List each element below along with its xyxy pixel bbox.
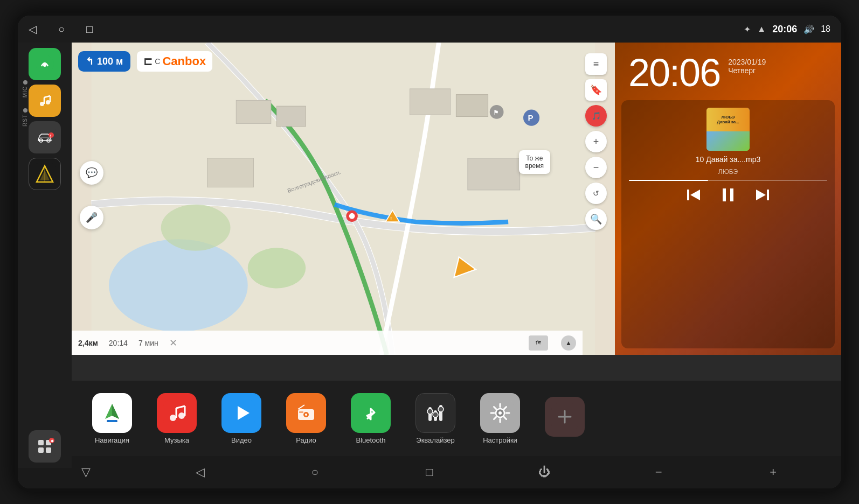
video-app-icon xyxy=(221,393,261,433)
svg-text:P: P xyxy=(528,113,534,122)
svg-point-80 xyxy=(498,411,502,415)
sidebar-item-car[interactable]: ! xyxy=(29,121,61,153)
home-nav-button[interactable]: ○ xyxy=(58,23,65,36)
svg-point-35 xyxy=(349,213,355,219)
svg-point-33 xyxy=(161,205,231,251)
sidebar-item-grid[interactable]: ◆ xyxy=(29,430,61,463)
svg-marker-45 xyxy=(690,190,700,200)
mic-label: MIC xyxy=(22,86,28,97)
wifi-icon: ▲ xyxy=(757,24,766,34)
album-art: ЛЮБЭДавай за... xyxy=(706,108,750,151)
svg-rect-26 xyxy=(236,100,271,123)
svg-rect-18 xyxy=(38,440,44,445)
svg-point-32 xyxy=(248,248,306,288)
apps-bar: Навигация Музыка xyxy=(72,381,841,456)
rst-dot xyxy=(23,108,27,113)
svg-point-25 xyxy=(109,239,248,332)
map-zoom-out-button[interactable]: − xyxy=(585,157,607,178)
music-app-label: Музыка xyxy=(164,436,189,444)
svg-point-56 xyxy=(170,415,176,421)
bottom-nav-power[interactable]: ⏻ xyxy=(531,459,558,486)
mic-dot xyxy=(23,80,27,85)
clock-weekday: Четверг xyxy=(728,66,766,75)
map-bottom-bar: 2,4км 20:14 7 мин ✕ 🗺 ▲ xyxy=(72,331,583,355)
sidebar-item-kustom[interactable] xyxy=(29,158,61,190)
map-controls-right: ≡ 🔖 🎵 + − ↺ 🔍 xyxy=(583,48,609,349)
svg-marker-49 xyxy=(756,190,766,200)
clock-date-text: 2023/01/19 xyxy=(728,58,766,66)
rst-label-item: RST xyxy=(22,108,28,127)
main-area: Волгоградскийпросп. P ⚑ ! ↰ 100 м ⊏ xyxy=(72,43,841,355)
side-labels: MIC RST xyxy=(22,80,28,127)
radio-app-icon xyxy=(286,393,326,433)
svg-point-1 xyxy=(43,64,46,67)
clock-section: 20:06 2023/01/19 Четверг ЛЮБЭДавай за... xyxy=(615,43,841,355)
app-video[interactable]: Видео xyxy=(212,393,271,444)
svg-rect-31 xyxy=(468,158,520,190)
play-pause-button[interactable] xyxy=(718,185,738,205)
turn-arrow: ↰ xyxy=(86,55,94,67)
bottom-nav-down[interactable]: ▽ xyxy=(72,459,99,486)
bottom-nav-vol-down[interactable]: − xyxy=(645,459,672,486)
status-bar: ◁ ○ □ ✦ ▲ 20:06 🔊 18 xyxy=(18,16,841,43)
map-route-close-button[interactable]: ✕ xyxy=(169,337,177,349)
device-frame: ◁ ○ □ ✦ ▲ 20:06 🔊 18 MIC RST xyxy=(15,12,844,492)
map-zoom-in-button[interactable]: + xyxy=(585,131,607,152)
chat-icon: 💬 xyxy=(86,167,98,179)
mic-label-item: MIC xyxy=(22,80,28,97)
progress-fill xyxy=(629,180,708,181)
map-duration: 7 мин xyxy=(138,339,158,347)
bluetooth-icon: ✦ xyxy=(744,24,751,34)
svg-point-76 xyxy=(433,412,438,417)
music-controls xyxy=(685,185,771,205)
mic-icon: 🎤 xyxy=(86,212,98,223)
album-top-label: ЛЮБЭДавай за... xyxy=(706,108,750,131)
app-equalizer[interactable]: Эквалайзер xyxy=(406,393,465,444)
bottom-nav: ▽ ◁ ○ □ ⏻ − + xyxy=(18,456,841,488)
svg-text:!: ! xyxy=(390,215,392,221)
svg-text:⚑: ⚑ xyxy=(493,109,499,116)
app-music[interactable]: Музыка xyxy=(147,393,206,444)
map-view-toggle[interactable]: 🗺 xyxy=(529,335,548,351)
settings-app-label: Настройки xyxy=(483,436,517,444)
map-compass-button[interactable]: ▲ xyxy=(561,335,576,351)
prev-track-button[interactable] xyxy=(685,186,702,204)
app-radio[interactable]: Радио xyxy=(276,393,336,444)
svg-rect-47 xyxy=(730,188,733,201)
clock-date: 2023/01/19 Четверг xyxy=(728,53,766,75)
map-voice-button[interactable]: 🎤 xyxy=(80,206,103,229)
svg-rect-48 xyxy=(767,190,769,200)
app-add[interactable] xyxy=(535,397,594,440)
svg-rect-21 xyxy=(46,447,51,453)
svg-text:◆: ◆ xyxy=(50,439,54,443)
sidebar-item-music[interactable] xyxy=(29,85,61,117)
back-nav-button[interactable]: ◁ xyxy=(29,23,37,36)
svg-point-57 xyxy=(178,412,185,419)
canbox-logo: ⊏ CCanbox xyxy=(137,51,212,72)
svg-point-66 xyxy=(305,414,307,416)
bottom-nav-vol-up[interactable]: + xyxy=(760,459,787,486)
map-section[interactable]: Волгоградскийпросп. P ⚑ ! ↰ 100 м ⊏ xyxy=(72,43,615,355)
map-bookmark-button[interactable]: 🔖 xyxy=(585,79,607,101)
volume-icon: 🔊 xyxy=(803,24,814,34)
bottom-nav-recent[interactable]: □ xyxy=(416,459,443,486)
music-app-icon xyxy=(157,393,197,433)
tooltip-text: То жевремя xyxy=(525,155,544,170)
progress-bar[interactable] xyxy=(629,180,827,181)
app-settings[interactable]: Настройки xyxy=(470,393,530,444)
next-track-button[interactable] xyxy=(754,186,771,204)
app-navigation[interactable]: Навигация xyxy=(82,393,142,444)
app-bluetooth[interactable]: Bluetooth xyxy=(341,393,400,444)
map-eta: 20:14 xyxy=(109,339,128,347)
sidebar-item-carplay[interactable] xyxy=(29,48,61,80)
navigation-app-icon xyxy=(92,393,132,433)
bottom-nav-back[interactable]: ◁ xyxy=(187,459,214,486)
bluetooth-app-icon xyxy=(351,393,391,433)
volume-level: 18 xyxy=(821,24,830,34)
map-music-button[interactable]: 🎵 xyxy=(585,105,607,127)
track-title: 10 Давай за....mp3 xyxy=(696,155,761,164)
bottom-nav-home[interactable]: ○ xyxy=(301,459,328,486)
map-rotate-button[interactable]: ↺ xyxy=(585,183,607,204)
recent-nav-button[interactable]: □ xyxy=(86,23,93,36)
map-search-button[interactable]: 🔍 xyxy=(585,208,607,230)
